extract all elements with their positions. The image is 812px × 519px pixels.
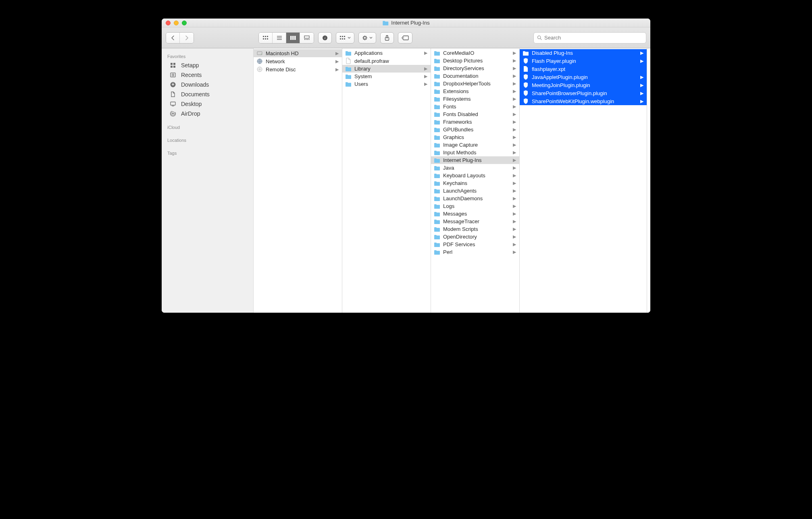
svg-line-32 [363, 39, 364, 39]
folder-icon [433, 242, 441, 247]
list-item[interactable]: Disabled Plug-Ins▶ [520, 49, 647, 57]
svg-rect-14 [306, 39, 307, 40]
list-item[interactable]: Applications▶ [342, 49, 431, 57]
list-view-button[interactable] [273, 33, 286, 43]
folder-icon [433, 81, 441, 86]
list-item[interactable]: JavaAppletPlugin.plugin▶ [520, 73, 647, 81]
zoom-window-button[interactable] [182, 21, 187, 25]
list-item[interactable]: Internet Plug-Ins▶ [431, 156, 519, 164]
folder-sys-icon [345, 74, 352, 79]
list-item[interactable]: Keyboard Layouts▶ [431, 172, 519, 179]
list-item[interactable]: Java▶ [431, 164, 519, 172]
list-item[interactable]: Flash Player.plugin▶ [520, 57, 647, 65]
folder-icon [433, 143, 441, 147]
list-item[interactable]: DirectoryServices▶ [431, 64, 519, 72]
list-item[interactable]: Library▶ [342, 65, 431, 73]
svg-rect-13 [304, 39, 305, 40]
list-item-label: Documentation [443, 73, 510, 79]
chevron-right-icon: ▶ [513, 81, 517, 86]
svg-rect-0 [263, 36, 264, 37]
list-item[interactable]: default.profraw [342, 57, 431, 65]
list-item[interactable]: CoreMediaIO▶ [431, 49, 519, 57]
list-item[interactable]: Logs▶ [431, 202, 519, 210]
column-2: CoreMediaIO▶Desktop Pictures▶DirectorySe… [431, 48, 520, 313]
folder-icon [433, 97, 441, 102]
list-item-label: OpenDirectory [443, 234, 510, 240]
list-item[interactable]: OpenDirectory▶ [431, 233, 519, 241]
list-item-label: SharePointBrowserPlugin.plugin [532, 90, 638, 96]
list-item[interactable]: GPUBundles▶ [431, 126, 519, 133]
action-menu-button[interactable] [358, 32, 376, 44]
list-item[interactable]: Desktop Pictures▶ [431, 57, 519, 64]
search-input[interactable] [544, 35, 643, 41]
forward-button[interactable] [180, 33, 194, 43]
sidebar-item-label: Documents [181, 91, 210, 98]
list-item[interactable]: MessageTracer▶ [431, 218, 519, 225]
svg-line-30 [363, 36, 364, 36]
list-item[interactable]: Fonts▶ [431, 103, 519, 110]
list-item[interactable]: Image Capture▶ [431, 141, 519, 149]
sidebar-item-airdrop[interactable]: AirDrop [162, 109, 253, 118]
search-field[interactable] [533, 32, 646, 44]
list-item[interactable]: LaunchDaemons▶ [431, 195, 519, 202]
list-item[interactable]: Input Methods▶ [431, 149, 519, 156]
list-item[interactable]: DropboxHelperTools▶ [431, 80, 519, 87]
plugin-icon [522, 82, 529, 88]
get-info-button[interactable]: i [318, 32, 332, 44]
list-item-label: Logs [443, 203, 510, 209]
column-view-button[interactable] [286, 33, 300, 43]
sidebar-item-desktop[interactable]: Desktop [162, 99, 253, 109]
chevron-right-icon: ▶ [513, 211, 517, 216]
chevron-right-icon: ▶ [335, 59, 339, 64]
svg-rect-20 [342, 36, 343, 37]
svg-rect-22 [340, 38, 341, 39]
list-item[interactable]: Filesystems▶ [431, 95, 519, 103]
list-item-label: Internet Plug-Ins [443, 157, 510, 163]
list-item[interactable]: Network▶ [254, 57, 342, 65]
list-item[interactable]: SharePointWebKitPlugin.webplugin▶ [520, 97, 647, 105]
tags-button[interactable] [398, 32, 412, 44]
list-item[interactable]: SharePointBrowserPlugin.plugin▶ [520, 89, 647, 97]
share-button[interactable] [380, 32, 394, 44]
list-item[interactable]: LaunchAgents▶ [431, 187, 519, 195]
group-by-button[interactable] [336, 32, 354, 44]
list-item[interactable]: MeetingJoinPlugin.plugin▶ [520, 81, 647, 89]
list-item[interactable]: Users▶ [342, 80, 431, 88]
list-item[interactable]: Messages▶ [431, 210, 519, 218]
folder-icon [433, 158, 441, 163]
sidebar-section-title: Tags [162, 148, 253, 157]
list-item[interactable]: Macintosh HD▶ [254, 49, 342, 57]
sidebar-item-downloads[interactable]: Downloads [162, 80, 253, 89]
titlebar: Internet Plug-Ins [162, 19, 650, 27]
list-item[interactable]: Remote Disc▶ [254, 65, 342, 73]
svg-rect-5 [267, 38, 268, 39]
close-window-button[interactable] [166, 21, 171, 25]
sidebar: FavoritesSetappRecentsDownloadsDocuments… [162, 48, 254, 313]
svg-rect-15 [307, 39, 308, 40]
list-item[interactable]: Fonts Disabled▶ [431, 110, 519, 118]
list-item[interactable]: flashplayer.xpt [520, 65, 647, 73]
list-item[interactable]: Extensions▶ [431, 87, 519, 95]
back-button[interactable] [166, 33, 180, 43]
list-item[interactable]: Perl▶ [431, 248, 519, 256]
folder-icon [433, 227, 441, 232]
svg-rect-24 [344, 38, 345, 39]
sidebar-item-recents[interactable]: Recents [162, 70, 253, 80]
list-item[interactable]: Frameworks▶ [431, 118, 519, 126]
svg-rect-19 [340, 36, 341, 37]
sidebar-item-documents[interactable]: Documents [162, 89, 253, 99]
list-item[interactable]: Modem Scripts▶ [431, 225, 519, 233]
sidebar-item-setapp[interactable]: Setapp [162, 60, 253, 70]
icon-view-button[interactable] [259, 33, 273, 43]
gallery-view-button[interactable] [300, 33, 314, 43]
list-item[interactable]: PDF Services▶ [431, 241, 519, 248]
svg-line-37 [540, 38, 541, 39]
list-item[interactable]: Graphics▶ [431, 133, 519, 141]
list-item-label: default.profraw [354, 58, 428, 64]
file-white-icon [522, 66, 529, 72]
list-item-label: DirectoryServices [443, 65, 510, 71]
minimize-window-button[interactable] [174, 21, 179, 25]
list-item[interactable]: Documentation▶ [431, 72, 519, 80]
list-item[interactable]: System▶ [342, 73, 431, 80]
list-item[interactable]: Keychains▶ [431, 179, 519, 187]
